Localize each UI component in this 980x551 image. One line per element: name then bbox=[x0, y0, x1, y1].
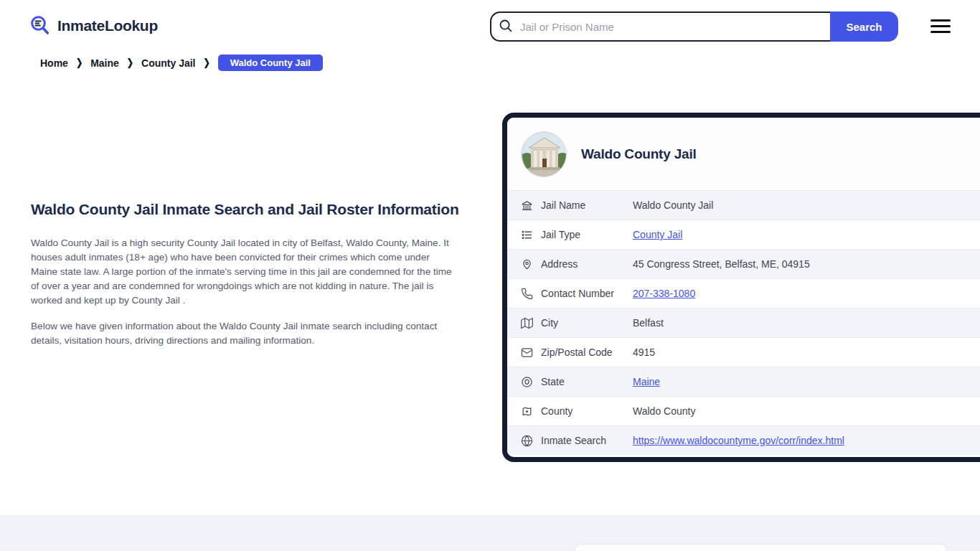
row-value: Belfast bbox=[633, 317, 664, 329]
map-icon bbox=[521, 317, 533, 329]
breadcrumb-maine[interactable]: Maine bbox=[90, 57, 119, 69]
search-icon bbox=[499, 19, 513, 33]
table-row: Contact Number 207-338-1080 bbox=[507, 278, 980, 308]
row-value: Waldo County Jail bbox=[633, 199, 713, 211]
table-row: County Waldo County bbox=[507, 396, 980, 425]
jail-type-link[interactable]: County Jail bbox=[633, 229, 682, 240]
article-paragraph-1: Waldo County Jail is a high security Cou… bbox=[31, 236, 456, 308]
county-map-icon bbox=[521, 405, 533, 418]
table-row: Zip/Postal Code 4915 bbox=[507, 337, 980, 367]
globe-shield-icon bbox=[521, 376, 533, 388]
jail-photo bbox=[521, 131, 567, 177]
search-input[interactable] bbox=[490, 11, 830, 42]
table-row: Jail Type County Jail bbox=[507, 220, 980, 249]
row-value: Waldo County bbox=[633, 405, 695, 417]
phone-icon bbox=[521, 288, 533, 300]
row-value: 4915 bbox=[633, 347, 655, 358]
search-form: Search bbox=[490, 11, 898, 42]
row-label: Jail Type bbox=[541, 229, 633, 240]
search-button[interactable]: Search bbox=[830, 11, 898, 42]
next-card-top-edge bbox=[574, 544, 947, 551]
page: InmateLookup Search Home ❯ Maine ❯ Count… bbox=[0, 0, 980, 551]
breadcrumb: Home ❯ Maine ❯ County Jail ❯ Waldo Count… bbox=[40, 55, 323, 71]
breadcrumb-home[interactable]: Home bbox=[40, 57, 68, 69]
row-label: County bbox=[541, 405, 633, 417]
table-row: Address 45 Congress Street, Belfast, ME,… bbox=[507, 249, 980, 278]
row-label: Contact Number bbox=[541, 288, 633, 299]
page-title: Waldo County Jail Inmate Search and Jail… bbox=[31, 198, 461, 221]
row-label: Zip/Postal Code bbox=[541, 347, 633, 358]
chevron-right-icon: ❯ bbox=[127, 57, 133, 68]
table-row: City Belfast bbox=[507, 308, 980, 337]
table-row: Inmate Search https://www.waldocountyme.… bbox=[507, 425, 980, 455]
breadcrumb-county-jail[interactable]: County Jail bbox=[141, 57, 195, 69]
menu-icon[interactable] bbox=[930, 19, 951, 33]
contact-number-link[interactable]: 207-338-1080 bbox=[633, 288, 695, 299]
row-label: City bbox=[541, 317, 633, 329]
mail-icon bbox=[521, 347, 533, 359]
row-label: State bbox=[541, 376, 633, 387]
card-title: Waldo County Jail bbox=[581, 146, 697, 162]
brand-name: InmateLookup bbox=[57, 17, 158, 34]
magnifier-logo-icon bbox=[29, 14, 52, 37]
article: Waldo County Jail Inmate Search and Jail… bbox=[31, 198, 461, 348]
table-row: Jail Name Waldo County Jail bbox=[507, 190, 980, 220]
jail-detail-table: Jail Name Waldo County Jail Jail Type Co… bbox=[507, 190, 980, 455]
row-label: Jail Name bbox=[541, 199, 633, 211]
list-icon bbox=[521, 229, 533, 241]
next-section bbox=[0, 515, 980, 551]
breadcrumb-current-badge: Waldo County Jail bbox=[218, 55, 323, 71]
state-link[interactable]: Maine bbox=[633, 376, 660, 387]
row-value: 45 Congress Street, Belfast, ME, 04915 bbox=[633, 258, 810, 270]
table-row: State Maine bbox=[507, 367, 980, 396]
world-icon bbox=[521, 435, 533, 447]
map-pin-icon bbox=[521, 258, 533, 270]
chevron-right-icon: ❯ bbox=[204, 57, 210, 68]
bank-icon bbox=[521, 199, 533, 212]
article-paragraph-2: Below we have given information about th… bbox=[31, 319, 456, 348]
row-label: Address bbox=[541, 258, 633, 270]
brand-logo[interactable]: InmateLookup bbox=[29, 14, 158, 37]
inmate-search-link[interactable]: https://www.waldocountyme.gov/corr/index… bbox=[633, 435, 844, 446]
card-header: Waldo County Jail bbox=[507, 118, 980, 190]
row-label: Inmate Search bbox=[541, 435, 633, 446]
chevron-right-icon: ❯ bbox=[76, 57, 83, 68]
jail-info-card: Waldo County Jail Jail Name Waldo County… bbox=[502, 113, 980, 462]
